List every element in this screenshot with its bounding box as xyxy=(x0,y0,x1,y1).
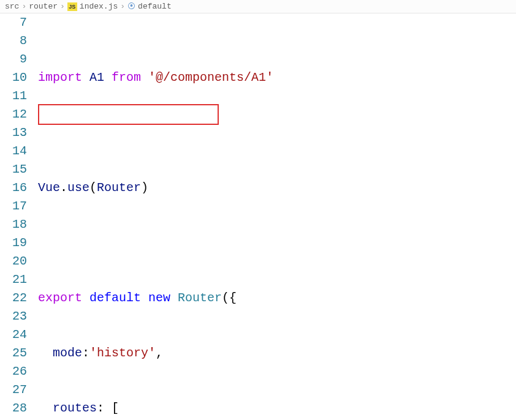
chevron-right-icon: › xyxy=(120,2,125,11)
line-number: 22 xyxy=(0,289,27,307)
breadcrumb[interactable]: src › router › JS index.js › ⦿ default xyxy=(0,0,516,13)
code-line[interactable]: Vue.use(Router) xyxy=(38,179,516,197)
chevron-right-icon: › xyxy=(60,2,65,11)
code-line[interactable]: import A1 from '@/components/A1' xyxy=(38,69,516,87)
code-content[interactable]: import A1 from '@/components/A1' Vue.use… xyxy=(38,13,516,420)
line-number-gutter: 7 8 9 10 11 12 13 14 15 16 17 18 19 20 2… xyxy=(0,13,38,420)
line-number: 11 xyxy=(0,87,27,105)
line-number: 15 xyxy=(0,160,27,179)
code-line[interactable]: export default new Router({ xyxy=(38,289,516,307)
code-editor[interactable]: 7 8 9 10 11 12 13 14 15 16 17 18 19 20 2… xyxy=(0,13,516,420)
line-number: 10 xyxy=(0,69,27,87)
js-file-icon: JS xyxy=(67,2,77,11)
code-line[interactable] xyxy=(38,124,516,142)
breadcrumb-label: index.js xyxy=(80,2,118,11)
line-number: 27 xyxy=(0,381,27,399)
line-number: 13 xyxy=(0,124,27,142)
line-number: 12 xyxy=(0,105,27,124)
line-number: 17 xyxy=(0,197,27,216)
line-number: 21 xyxy=(0,271,27,289)
breadcrumb-item-router[interactable]: router xyxy=(29,2,58,11)
line-number: 8 xyxy=(0,32,27,50)
code-line[interactable] xyxy=(38,234,516,252)
line-number: 23 xyxy=(0,307,27,326)
code-line[interactable]: routes: [ xyxy=(38,399,516,418)
line-number: 24 xyxy=(0,326,27,344)
breadcrumb-item-file[interactable]: JS index.js xyxy=(67,2,118,11)
line-number: 18 xyxy=(0,216,27,234)
breadcrumb-item-src[interactable]: src xyxy=(5,2,19,11)
highlight-box xyxy=(38,104,219,125)
line-number: 16 xyxy=(0,179,27,197)
line-number: 19 xyxy=(0,234,27,252)
breadcrumb-label: router xyxy=(29,2,58,11)
breadcrumb-label: default xyxy=(138,2,172,11)
line-number: 9 xyxy=(0,50,27,69)
code-line[interactable]: mode:'history', xyxy=(38,344,516,362)
symbol-icon: ⦿ xyxy=(127,2,135,11)
line-number: 7 xyxy=(0,13,27,32)
line-number: 28 xyxy=(0,399,27,418)
line-number: 14 xyxy=(0,142,27,160)
line-number: 25 xyxy=(0,344,27,362)
chevron-right-icon: › xyxy=(21,2,26,11)
breadcrumb-label: src xyxy=(5,2,19,11)
line-number: 20 xyxy=(0,252,27,271)
breadcrumb-item-symbol[interactable]: ⦿ default xyxy=(127,2,172,11)
line-number: 26 xyxy=(0,362,27,381)
